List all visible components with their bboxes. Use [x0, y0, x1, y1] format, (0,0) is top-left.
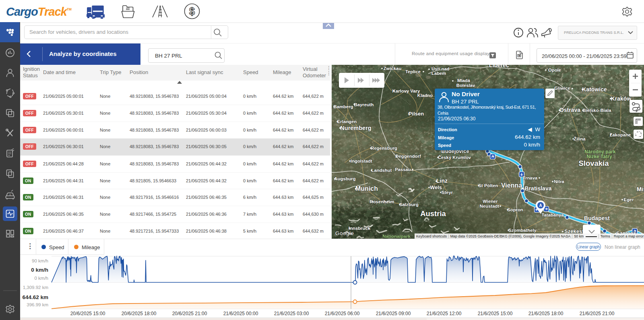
svg-text:21/6/2025 15:00: 21/6/2025 15:00 — [478, 311, 513, 316]
svg-text:1,309.92 km: 1,309.92 km — [23, 285, 48, 290]
svg-text:Vienna: Vienna — [501, 182, 522, 189]
svg-text:Rosenheim: Rosenheim — [370, 199, 394, 204]
svg-text:A: A — [9, 194, 11, 196]
svg-text:Sopron: Sopron — [507, 207, 523, 212]
svg-text:644.62 km: 644.62 km — [22, 294, 48, 300]
svg-text:Steyr: Steyr — [442, 190, 453, 195]
svg-text:Linz: Linz — [436, 178, 448, 184]
svg-text:Salzburg: Salzburg — [399, 202, 419, 207]
svg-text:Nitra: Nitra — [554, 179, 564, 184]
svg-text:Kraków: Kraków — [611, 95, 632, 102]
svg-text:Katowice: Katowice — [582, 86, 607, 93]
svg-text:Karlovy Vary: Karlovy Vary — [392, 89, 420, 93]
svg-text:Austria: Austria — [420, 209, 446, 218]
svg-text:Mladá: Mladá — [457, 78, 471, 83]
svg-text:Augsburg: Augsburg — [334, 176, 355, 181]
svg-text:Bayreuth: Bayreuth — [354, 102, 374, 107]
svg-text:Regensburg: Regensburg — [371, 146, 397, 151]
svg-text:Nationalpark: Nationalpark — [382, 234, 411, 239]
svg-text:Zakopane: Zakopane — [610, 132, 631, 137]
svg-text:A: A — [539, 203, 542, 208]
svg-text:Ostrava: Ostrava — [559, 107, 580, 113]
svg-text:20/6/2025 21:00: 20/6/2025 21:00 — [172, 311, 207, 316]
svg-text:20/6/2025 18:00: 20/6/2025 18:00 — [122, 311, 157, 316]
svg-text:Deggendorf: Deggendorf — [395, 154, 421, 159]
svg-text:21/6/2025 12:00: 21/6/2025 12:00 — [427, 311, 462, 316]
svg-text:21/6/2025 18:00: 21/6/2025 18:00 — [528, 311, 564, 316]
svg-text:Passau: Passau — [395, 167, 411, 172]
svg-text:Neustadt: Neustadt — [480, 204, 500, 209]
svg-text:21/6/2025 06:00: 21/6/2025 06:00 — [325, 311, 360, 316]
svg-text:20/6/2025 15:00: 20/6/2025 15:00 — [70, 311, 105, 316]
svg-text:Kladno: Kladno — [417, 93, 433, 98]
svg-text:Zwickau: Zwickau — [384, 66, 402, 71]
svg-text:Tatabánya: Tatabánya — [541, 213, 564, 217]
svg-text:Bratislava: Bratislava — [525, 185, 552, 192]
svg-text:Wels: Wels — [430, 184, 442, 190]
svg-text:Ingolstadt: Ingolstadt — [351, 159, 372, 163]
svg-text:Bielsko-Biala: Bielsko-Biala — [583, 108, 612, 113]
svg-text:Eger: Eger — [623, 197, 634, 202]
svg-text:Pilsen: Pilsen — [409, 111, 424, 117]
svg-text:Munich: Munich — [355, 185, 378, 192]
svg-text:Labem: Labem — [431, 71, 446, 76]
svg-text:396.99 km: 396.99 km — [27, 302, 48, 307]
svg-text:21/6/2025 00:00: 21/6/2025 00:00 — [223, 311, 258, 316]
svg-text:21/6/2025 03:00: 21/6/2025 03:00 — [274, 311, 309, 316]
svg-text:Landshut: Landshut — [372, 168, 392, 173]
svg-text:Slovakia: Slovakia — [578, 159, 609, 167]
svg-text:Bamberg: Bamberg — [334, 104, 353, 109]
svg-text:Český Krumlov: Český Krumlov — [438, 155, 471, 160]
svg-text:Trnava: Trnava — [523, 175, 538, 180]
svg-text:Boleslav: Boleslav — [456, 83, 475, 88]
svg-text:Wiener: Wiener — [483, 199, 498, 204]
svg-text:Mis: Mis — [637, 186, 644, 192]
svg-text:Liberec: Liberec — [489, 65, 509, 68]
svg-text:90 km/h: 90 km/h — [32, 258, 48, 263]
svg-text:0 km/h: 0 km/h — [34, 276, 48, 281]
svg-text:St Pölten: St Pölten — [479, 183, 498, 188]
svg-text:Szombathely: Szombathely — [508, 228, 537, 233]
svg-text:Teplice: Teplice — [405, 69, 421, 74]
svg-text:Erlangen: Erlangen — [337, 119, 357, 124]
svg-text:Opole: Opole — [548, 68, 561, 72]
svg-text:Nuremberg: Nuremberg — [340, 125, 371, 131]
svg-text:0 km/h: 0 km/h — [31, 267, 48, 273]
svg-text:Google: Google — [335, 230, 354, 236]
svg-text:Budapest: Budapest — [584, 215, 610, 221]
svg-text:21/6/2025 21:00: 21/6/2025 21:00 — [580, 311, 615, 316]
svg-text:21/6/2025 09:00: 21/6/2025 09:00 — [376, 311, 411, 316]
svg-text:Nízke Tatry: Nízke Tatry — [586, 154, 612, 159]
svg-text:Gliwice: Gliwice — [554, 86, 570, 91]
svg-text:Žilina: Žilina — [574, 136, 586, 141]
